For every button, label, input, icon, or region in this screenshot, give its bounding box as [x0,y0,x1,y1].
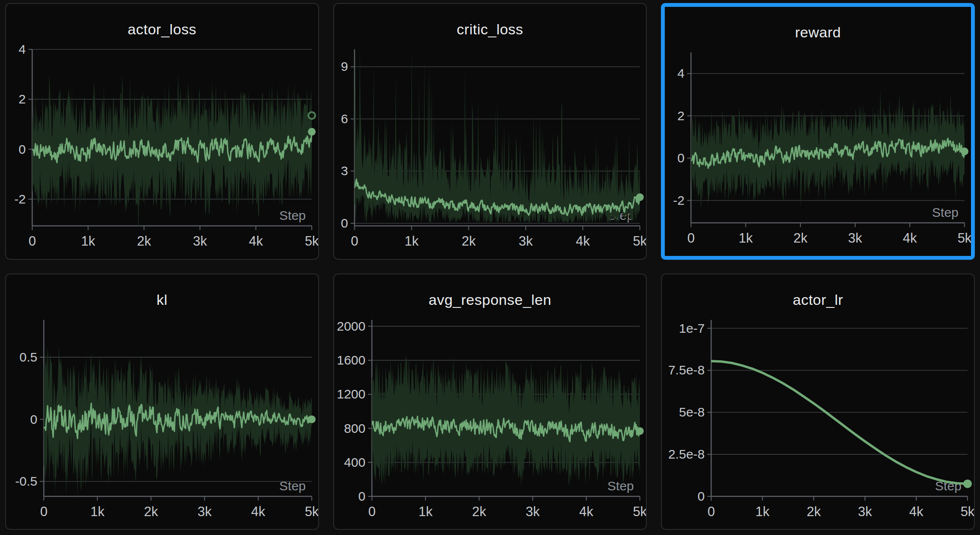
svg-text:2k: 2k [137,234,151,249]
svg-text:1600: 1600 [337,353,365,367]
svg-text:0: 0 [30,412,37,426]
svg-text:5k: 5k [958,231,971,246]
svg-text:3k: 3k [858,504,872,519]
svg-text:4k: 4k [903,231,917,246]
svg-text:1k: 1k [418,504,432,519]
svg-text:Step: Step [932,205,959,219]
chart-title-actor-lr: actor_lr [662,292,974,308]
svg-text:9: 9 [341,59,348,73]
svg-text:2k: 2k [794,231,808,246]
panel-kl[interactable]: kl 0.50-0.501k2k3k4k5kStep [5,274,319,530]
svg-text:1k: 1k [90,504,104,519]
critic-loss-chart[interactable]: 963001k2k3k4k5kStep [334,4,646,259]
svg-text:2.5e-8: 2.5e-8 [668,447,705,461]
metrics-dashboard: actor_loss 420-201k2k3k4k5kStep critic_l… [0,0,980,535]
svg-text:1e-7: 1e-7 [679,321,705,335]
svg-text:0: 0 [28,234,36,249]
svg-text:3: 3 [341,164,348,178]
svg-text:-2: -2 [673,193,685,207]
svg-text:1k: 1k [81,234,95,249]
svg-text:1200: 1200 [337,387,365,401]
svg-text:5k: 5k [633,234,646,249]
avg-response-len-chart[interactable]: 200016001200800400001k2k3k4k5kStep [334,274,646,529]
actor-lr-chart[interactable]: 1e-77.5e-85e-82.5e-8001k2k3k4k5kStep [662,274,974,529]
svg-text:3k: 3k [198,504,212,519]
svg-text:400: 400 [344,455,365,469]
svg-text:4k: 4k [575,234,590,249]
svg-text:1k: 1k [755,504,770,519]
svg-text:4k: 4k [579,504,593,519]
svg-text:4k: 4k [251,504,265,519]
svg-text:3k: 3k [193,234,207,249]
svg-text:3k: 3k [848,231,862,246]
kl-chart[interactable]: 0.50-0.501k2k3k4k5kStep [6,274,318,529]
svg-text:5k: 5k [305,234,318,249]
svg-text:4: 4 [18,42,26,56]
svg-text:0.5: 0.5 [19,350,37,364]
svg-text:6: 6 [341,112,348,126]
svg-text:0: 0 [341,216,348,230]
panel-actor-lr[interactable]: actor_lr 1e-77.5e-85e-82.5e-8001k2k3k4k5… [661,274,975,530]
svg-text:0: 0 [351,234,358,249]
svg-text:2k: 2k [807,504,821,519]
chart-title-actor-loss: actor_loss [6,21,318,38]
svg-text:0: 0 [698,489,705,503]
chart-title-kl: kl [6,292,318,308]
svg-text:0: 0 [678,151,685,165]
svg-text:-2: -2 [14,192,26,206]
svg-text:5k: 5k [961,504,974,519]
svg-text:2000: 2000 [337,319,365,333]
panel-reward[interactable]: reward 420-201k2k3k4k5kStep [661,3,975,260]
svg-text:5k: 5k [633,504,646,519]
svg-text:2k: 2k [472,504,486,519]
svg-text:0: 0 [708,504,715,519]
svg-text:0: 0 [358,489,365,503]
svg-text:2: 2 [678,109,685,123]
svg-text:4k: 4k [910,504,924,519]
chart-title-avg-response-len: avg_response_len [334,292,646,308]
svg-text:0: 0 [368,504,375,519]
svg-text:4: 4 [678,66,685,80]
svg-text:0: 0 [18,142,26,156]
svg-text:0: 0 [40,504,47,519]
svg-text:7.5e-8: 7.5e-8 [668,363,705,377]
svg-text:1k: 1k [405,234,419,249]
svg-text:1k: 1k [739,231,753,246]
svg-text:Step: Step [279,208,306,222]
svg-text:2k: 2k [144,504,158,519]
svg-text:4k: 4k [249,234,263,249]
chart-title-critic-loss: critic_loss [334,21,646,38]
svg-text:2k: 2k [462,234,476,249]
svg-text:5k: 5k [305,504,318,519]
panel-avg-response-len[interactable]: avg_response_len 200016001200800400001k2… [333,274,647,530]
svg-text:2: 2 [18,92,26,106]
svg-text:3k: 3k [526,504,540,519]
panel-critic-loss[interactable]: critic_loss 963001k2k3k4k5kStep [333,3,647,260]
reward-chart[interactable]: 420-201k2k3k4k5kStep [665,7,971,256]
svg-text:-0.5: -0.5 [15,474,37,488]
panel-actor-loss[interactable]: actor_loss 420-201k2k3k4k5kStep [5,3,319,260]
svg-text:0: 0 [688,231,695,246]
svg-text:3k: 3k [518,234,533,249]
svg-text:5e-8: 5e-8 [679,405,705,419]
svg-text:Step: Step [279,479,306,493]
chart-title-reward: reward [665,24,971,41]
svg-text:800: 800 [344,421,365,435]
actor-loss-chart[interactable]: 420-201k2k3k4k5kStep [6,4,318,259]
